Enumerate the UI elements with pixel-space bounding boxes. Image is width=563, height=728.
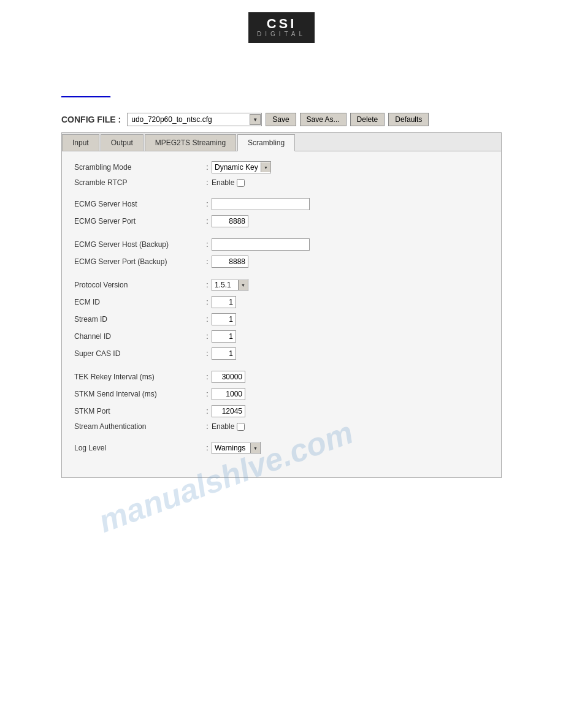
stkm-port-label: STKM Port [74, 407, 203, 415]
colon-14: : [203, 407, 212, 415]
ecmg-port-input[interactable] [212, 215, 248, 227]
scrambling-panel: Scrambling Mode : Dynamic Key ▼ Scramble… [62, 151, 501, 477]
ecmg-host-row: ECMG Server Host : [74, 198, 489, 210]
stream-auth-value: Enable [212, 422, 245, 431]
scrambling-mode-dropdown-wrapper: Dynamic Key ▼ [212, 161, 271, 173]
stream-auth-label: Stream Authentication [74, 422, 203, 431]
stream-id-row: Stream ID : [74, 313, 489, 325]
tab-mpeg2ts[interactable]: MPEG2TS Streaming [145, 134, 236, 151]
logo-digital-text: DIGITAL [257, 31, 306, 38]
config-bar: CONFIG FILE : ▼ Save Save As... Delete D… [0, 104, 563, 132]
header: CSI DIGITAL [0, 0, 563, 52]
defaults-button[interactable]: Defaults [388, 113, 429, 126]
colon-10: : [203, 332, 212, 341]
protocol-version-select[interactable]: 1.5.1 [212, 279, 248, 291]
scramble-rtcp-row: Scramble RTCP : Enable [74, 178, 489, 187]
delete-button[interactable]: Delete [350, 113, 385, 126]
nav-link[interactable]: ____________ [61, 89, 110, 97]
tab-input[interactable]: Input [62, 134, 99, 151]
tek-rekey-input[interactable] [212, 371, 245, 383]
colon-9: : [203, 315, 212, 324]
ecmg-host-label: ECMG Server Host [74, 200, 203, 208]
main-panel: Input Output MPEG2TS Streaming Scramblin… [61, 132, 502, 478]
colon-13: : [203, 390, 212, 398]
ecmg-host-value [212, 198, 310, 210]
log-level-dropdown-wrapper: Warnings ▼ [212, 442, 261, 454]
stkm-port-input[interactable] [212, 405, 245, 417]
protocol-version-label: Protocol Version [74, 281, 203, 289]
protocol-version-value: 1.5.1 ▼ [212, 279, 248, 291]
ecmg-host-input[interactable] [212, 198, 310, 210]
colon-7: : [203, 281, 212, 289]
ecm-id-label: ECM ID [74, 298, 203, 306]
stkm-send-value [212, 388, 245, 400]
scramble-rtcp-enable-label: Enable [212, 178, 234, 187]
stream-auth-enable-label: Enable [212, 422, 234, 431]
ecmg-host-backup-label: ECMG Server Host (Backup) [74, 240, 203, 249]
colon-2: : [203, 178, 212, 187]
tek-rekey-value [212, 371, 245, 383]
logo: CSI DIGITAL [248, 12, 315, 43]
protocol-version-row: Protocol Version : 1.5.1 ▼ [74, 279, 489, 291]
stkm-port-row: STKM Port : [74, 405, 489, 417]
colon-5: : [203, 240, 212, 249]
tab-scrambling[interactable]: Scrambling [237, 134, 295, 151]
save-as-button[interactable]: Save As... [300, 113, 347, 126]
colon-8: : [203, 298, 212, 306]
ecm-id-row: ECM ID : [74, 296, 489, 308]
stream-id-input[interactable] [212, 313, 236, 325]
super-cas-id-label: Super CAS ID [74, 349, 203, 358]
stream-auth-row: Stream Authentication : Enable [74, 422, 489, 431]
ecmg-port-backup-row: ECMG Server Port (Backup) : [74, 256, 489, 268]
log-level-value: Warnings ▼ [212, 442, 261, 454]
super-cas-id-input[interactable] [212, 347, 236, 360]
scrambling-mode-value: Dynamic Key ▼ [212, 161, 271, 173]
ecmg-port-value [212, 215, 248, 227]
tek-rekey-label: TEK Rekey Interval (ms) [74, 373, 203, 381]
log-level-row: Log Level : Warnings ▼ [74, 442, 489, 454]
scrambling-mode-select[interactable]: Dynamic Key [212, 161, 271, 173]
config-file-select-wrapper: ▼ [127, 113, 262, 126]
ecmg-port-row: ECMG Server Port : [74, 215, 489, 227]
colon-4: : [203, 217, 212, 226]
ecmg-port-backup-input[interactable] [212, 256, 248, 268]
colon-15: : [203, 422, 212, 431]
log-level-label: Log Level [74, 444, 203, 452]
logo-csi-text: CSI [267, 17, 297, 31]
colon-3: : [203, 200, 212, 208]
channel-id-label: Channel ID [74, 332, 203, 341]
ecmg-host-backup-value [212, 238, 310, 251]
channel-id-input[interactable] [212, 330, 236, 343]
ecmg-host-backup-row: ECMG Server Host (Backup) : [74, 238, 489, 251]
scramble-rtcp-label: Scramble RTCP [74, 178, 203, 187]
colon-1: : [203, 163, 212, 172]
config-file-dropdown-arrow[interactable]: ▼ [250, 114, 261, 125]
protocol-version-dropdown-wrapper: 1.5.1 ▼ [212, 279, 248, 291]
config-file-input[interactable] [127, 113, 262, 126]
ecmg-port-backup-label: ECMG Server Port (Backup) [74, 257, 203, 266]
colon-11: : [203, 349, 212, 358]
config-file-label: CONFIG FILE : [61, 115, 121, 124]
scrambling-mode-label: Scrambling Mode [74, 163, 203, 172]
ecmg-port-backup-value [212, 256, 248, 268]
scrambling-mode-row: Scrambling Mode : Dynamic Key ▼ [74, 161, 489, 173]
tek-rekey-row: TEK Rekey Interval (ms) : [74, 371, 489, 383]
save-button[interactable]: Save [266, 113, 296, 126]
stream-id-value [212, 313, 236, 325]
ecmg-port-label: ECMG Server Port [74, 217, 203, 226]
stkm-send-input[interactable] [212, 388, 245, 400]
stkm-port-value [212, 405, 245, 417]
scramble-rtcp-checkbox[interactable] [237, 179, 245, 187]
log-level-select[interactable]: Warnings [212, 442, 261, 454]
colon-16: : [203, 444, 212, 452]
channel-id-value [212, 330, 236, 343]
tab-output[interactable]: Output [101, 134, 144, 151]
nav-area: ____________ [0, 52, 563, 104]
stream-auth-checkbox[interactable] [237, 423, 245, 431]
scramble-rtcp-value: Enable [212, 178, 245, 187]
super-cas-id-value [212, 347, 236, 360]
ecm-id-input[interactable] [212, 296, 236, 308]
ecm-id-value [212, 296, 236, 308]
ecmg-host-backup-input[interactable] [212, 238, 310, 251]
channel-id-row: Channel ID : [74, 330, 489, 343]
